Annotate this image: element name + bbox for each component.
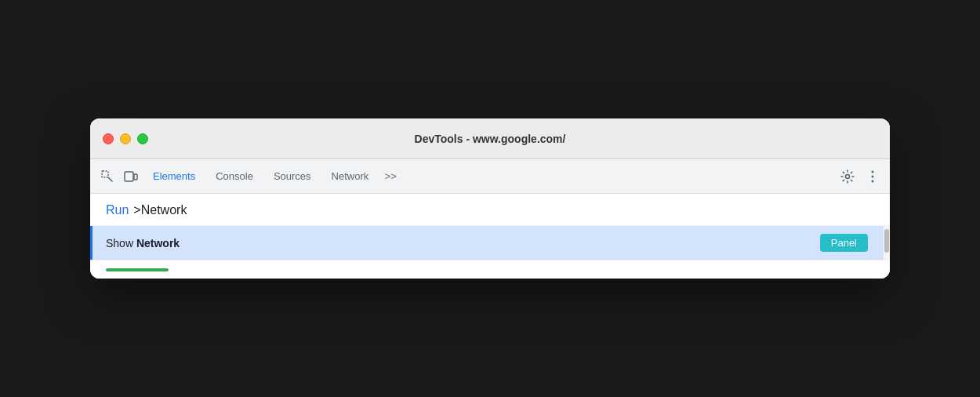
suggestion-highlight: Network	[136, 237, 180, 249]
suggestions-scroll-area: Show Network Panel	[90, 226, 890, 260]
panel-badge[interactable]: Panel	[820, 234, 868, 252]
kebab-menu-icon[interactable]	[862, 166, 884, 188]
svg-point-7	[872, 180, 874, 182]
suggestion-show-network[interactable]: Show Network Panel	[90, 226, 884, 260]
device-toggle-icon[interactable]	[120, 166, 142, 188]
svg-rect-0	[102, 171, 108, 177]
devtools-window: DevTools - www.google.com/ Elements Cons…	[90, 118, 890, 279]
title-bar: DevTools - www.google.com/	[90, 118, 890, 159]
svg-point-6	[872, 175, 874, 177]
svg-rect-2	[125, 172, 133, 181]
window-title: DevTools - www.google.com/	[415, 133, 566, 145]
maximize-button[interactable]	[137, 133, 148, 144]
element-selector-icon[interactable]	[96, 166, 118, 188]
svg-line-1	[108, 177, 112, 181]
tab-elements[interactable]: Elements	[143, 166, 205, 187]
close-button[interactable]	[103, 133, 114, 144]
tab-sources[interactable]: Sources	[264, 166, 321, 187]
suggestions-list: Show Network Panel	[90, 226, 884, 260]
scrollbar-track	[884, 226, 890, 260]
tab-network[interactable]: Network	[322, 166, 379, 187]
run-label: Run	[106, 203, 129, 217]
more-tabs-button[interactable]: >>	[379, 166, 401, 188]
bottom-hint-area	[90, 260, 890, 279]
bottom-green-indicator	[106, 268, 169, 271]
tab-bar: Elements Console Sources Network >>	[90, 159, 890, 194]
minimize-button[interactable]	[120, 133, 131, 144]
scrollbar-thumb[interactable]	[884, 229, 889, 253]
suggestion-text: Show Network	[106, 237, 820, 249]
settings-icon[interactable]	[835, 164, 860, 189]
command-palette: Run Show Network Panel	[90, 194, 890, 279]
svg-point-4	[846, 174, 850, 178]
selection-indicator	[90, 226, 93, 260]
traffic-lights	[103, 133, 148, 144]
tab-console[interactable]: Console	[206, 166, 263, 187]
run-bar: Run	[90, 194, 890, 226]
svg-point-5	[872, 170, 874, 173]
svg-rect-3	[134, 174, 137, 180]
command-input[interactable]	[133, 203, 874, 217]
